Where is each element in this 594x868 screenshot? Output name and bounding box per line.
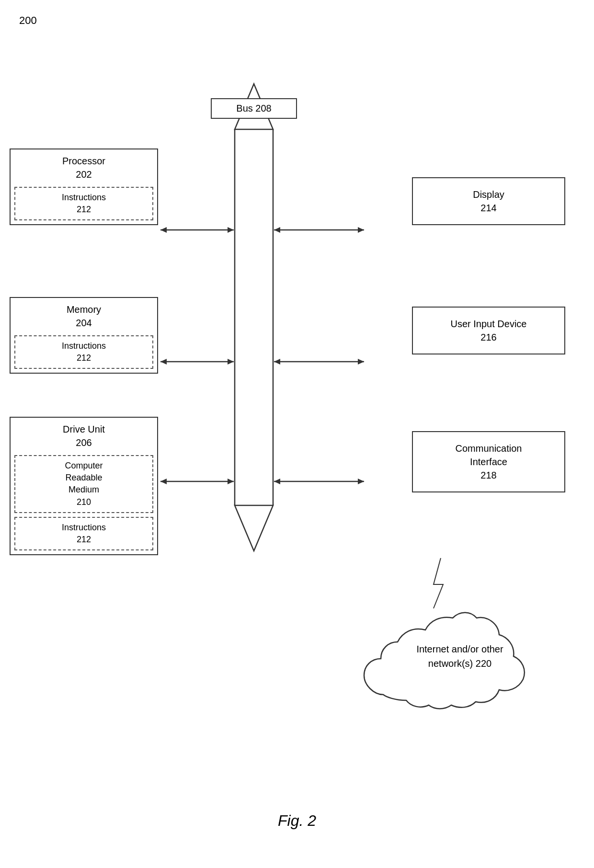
svg-marker-12 bbox=[160, 479, 167, 484]
svg-marker-11 bbox=[228, 479, 234, 484]
svg-marker-9 bbox=[160, 359, 167, 365]
crm-box: ComputerReadableMedium210 bbox=[14, 455, 153, 513]
diagram: 200 bbox=[0, 0, 594, 868]
svg-marker-21 bbox=[274, 479, 280, 484]
svg-marker-17 bbox=[358, 359, 364, 365]
uid-label: User Input Device216 bbox=[451, 319, 527, 343]
comm-box: CommunicationInterface218 bbox=[412, 431, 565, 492]
processor-instructions-label: Instructions212 bbox=[62, 193, 106, 214]
drive-unit-box: Drive Unit206 ComputerReadableMedium210 … bbox=[10, 417, 158, 555]
bus-label: Bus 208 bbox=[236, 103, 271, 114]
network-label: Internet and/or other network(s) 220 bbox=[393, 642, 527, 671]
display-label: Display214 bbox=[473, 189, 504, 213]
drive-instructions-label: Instructions212 bbox=[62, 523, 106, 544]
svg-marker-15 bbox=[274, 227, 280, 233]
drive-instructions-box: Instructions212 bbox=[14, 517, 153, 550]
svg-marker-18 bbox=[274, 359, 280, 365]
memory-box: Memory204 Instructions212 bbox=[10, 297, 158, 374]
figure-label: Fig. 2 bbox=[278, 812, 316, 830]
processor-box: Processor202 Instructions212 bbox=[10, 148, 158, 225]
svg-marker-6 bbox=[160, 227, 167, 233]
memory-instructions-label: Instructions212 bbox=[62, 341, 106, 363]
crm-label: ComputerReadableMedium210 bbox=[65, 461, 103, 507]
svg-marker-8 bbox=[228, 359, 234, 365]
svg-marker-20 bbox=[358, 479, 364, 484]
drive-unit-label: Drive Unit206 bbox=[11, 418, 157, 451]
processor-label: Processor202 bbox=[11, 149, 157, 183]
processor-instructions-box: Instructions212 bbox=[14, 187, 153, 220]
svg-marker-14 bbox=[358, 227, 364, 233]
memory-instructions-box: Instructions212 bbox=[14, 335, 153, 369]
svg-marker-5 bbox=[228, 227, 234, 233]
uid-box: User Input Device216 bbox=[412, 307, 565, 354]
diagram-ref-label: 200 bbox=[19, 14, 37, 27]
bus-box: Bus 208 bbox=[211, 98, 297, 119]
comm-label: CommunicationInterface218 bbox=[456, 443, 522, 480]
svg-marker-3 bbox=[235, 505, 273, 551]
display-box: Display214 bbox=[412, 177, 565, 225]
memory-label: Memory204 bbox=[11, 298, 157, 331]
